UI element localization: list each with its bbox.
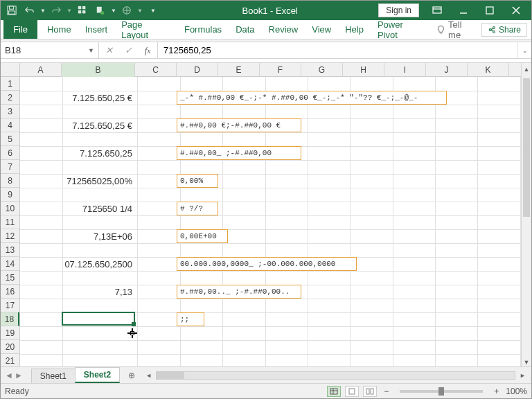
redo-icon[interactable] [48, 2, 64, 19]
cell-D12[interactable]: 0,00E+00 [177, 229, 228, 243]
share-button[interactable]: Share [481, 23, 527, 37]
qat-icon-2[interactable] [92, 2, 109, 19]
row-head-11[interactable]: 11 [1, 215, 19, 229]
qat-customize-icon[interactable]: ▼ [145, 2, 161, 19]
scroll-right-icon[interactable]: ► [517, 372, 529, 379]
row-head-15[interactable]: 15 [1, 271, 19, 285]
cell-D6[interactable]: #.##0,00_ ;-#.##0,00 [177, 146, 301, 160]
cell-B12[interactable]: 7,13E+06 [62, 229, 135, 243]
cell-D16[interactable]: #.##0,00.._ ;-#.##0,00.. [177, 285, 301, 299]
formula-bar-expand-icon[interactable]: ⌄ [517, 42, 531, 58]
row-head-21[interactable]: 21 [1, 354, 19, 366]
row-head-6[interactable]: 6 [1, 146, 19, 160]
save-icon[interactable] [3, 2, 20, 19]
row-head-20[interactable]: 20 [1, 340, 19, 354]
vertical-scrollbar[interactable]: ▲ ▼ [521, 63, 531, 366]
cell-B16[interactable]: 7,13 [62, 285, 135, 299]
col-head-F[interactable]: F [260, 63, 301, 78]
name-box[interactable]: B18 ▼ [1, 42, 99, 58]
select-all-corner[interactable] [1, 63, 20, 77]
row-head-10[interactable]: 10 [1, 202, 19, 215]
name-box-dropdown-icon[interactable]: ▼ [88, 47, 94, 54]
tell-me-search[interactable]: Tell me [431, 19, 480, 40]
horizontal-scroll-track[interactable] [156, 371, 515, 380]
row-headers[interactable]: 123456789101112131415161718192021 [1, 77, 20, 366]
column-headers[interactable]: ABCDEFGHIJK [20, 63, 521, 77]
row-head-5[interactable]: 5 [1, 132, 19, 146]
sheet-nav[interactable]: ◄ ► [1, 367, 27, 383]
row-head-12[interactable]: 12 [1, 229, 19, 243]
sheet-tab-sheet1[interactable]: Sheet1 [31, 369, 76, 383]
sheet-tab-sheet2[interactable]: Sheet2 [75, 367, 120, 383]
horizontal-scrollbar[interactable]: ◄ ► [140, 367, 531, 383]
row-head-18[interactable]: 18 [1, 312, 19, 326]
cell-B4[interactable]: 7.125.650,25 € [62, 118, 135, 132]
cell-B8[interactable]: 712565025,00% [62, 174, 135, 188]
horizontal-scroll-thumb[interactable] [157, 372, 184, 379]
row-head-17[interactable]: 17 [1, 299, 19, 312]
row-head-13[interactable]: 13 [1, 243, 19, 257]
qat-icon-3[interactable] [118, 2, 135, 19]
tab-page-layout[interactable]: Page Layout [114, 20, 177, 39]
col-head-A[interactable]: A [20, 63, 62, 78]
row-head-16[interactable]: 16 [1, 285, 19, 299]
col-head-B[interactable]: B [62, 63, 135, 78]
insert-function-icon[interactable]: fx [138, 45, 157, 56]
cell-D10[interactable]: # ?/? [177, 202, 218, 215]
cancel-icon[interactable]: ✕ [99, 45, 118, 55]
undo-icon[interactable] [21, 2, 38, 19]
zoom-in-button[interactable]: + [491, 387, 502, 396]
cell-B10[interactable]: 7125650 1/4 [62, 202, 135, 215]
cell-D8[interactable]: 0,00% [177, 174, 218, 188]
row-head-19[interactable]: 19 [1, 326, 19, 340]
zoom-out-button[interactable]: − [381, 387, 391, 396]
tab-view[interactable]: View [305, 20, 338, 39]
vertical-scroll-thumb[interactable] [523, 78, 530, 217]
cell-D2[interactable]: _-* #.##0,00 €_-;-* #.##0,00 €_-;_-* "-"… [177, 91, 447, 105]
sheet-prev-icon[interactable]: ◄ [5, 371, 13, 380]
maximize-icon[interactable] [477, 1, 502, 20]
sheet-next-icon[interactable]: ► [15, 371, 23, 380]
tab-power-pivot[interactable]: Power Pivot [371, 20, 431, 39]
cell-B14[interactable]: 07.125.650,2500 [62, 257, 135, 271]
undo-dropdown-icon[interactable]: ▼ [39, 2, 46, 19]
row-head-4[interactable]: 4 [1, 118, 19, 132]
col-head-G[interactable]: G [301, 63, 343, 78]
row-head-1[interactable]: 1 [1, 77, 19, 91]
cell-B2[interactable]: 7.125.650,25 € [62, 91, 135, 105]
col-head-I[interactable]: I [384, 63, 426, 78]
ribbon-display-icon[interactable] [425, 1, 450, 20]
row-head-8[interactable]: 8 [1, 174, 19, 188]
cell-D4[interactable]: #.##0,00 €;-#.##0,00 € [177, 118, 301, 132]
row-head-2[interactable]: 2 [1, 91, 19, 105]
normal-view-icon[interactable] [327, 386, 341, 397]
page-layout-view-icon[interactable] [345, 386, 359, 397]
col-head-K[interactable]: K [468, 63, 509, 78]
cell-D18[interactable]: ;; [177, 312, 204, 326]
cell-B6[interactable]: 7.125.650,25 [62, 146, 135, 160]
scroll-up-icon[interactable]: ▲ [522, 63, 531, 76]
scroll-down-icon[interactable]: ▼ [522, 356, 531, 367]
row-head-3[interactable]: 3 [1, 105, 19, 118]
cell-D14[interactable]: 00.000.000,0000_ ;-00.000.000,0000 [177, 257, 357, 271]
spreadsheet-grid[interactable]: ABCDEFGHIJK 1234567891011121314151617181… [1, 63, 531, 366]
add-sheet-button[interactable]: ⊕ [123, 367, 140, 383]
redo-dropdown-icon[interactable]: ▼ [66, 2, 73, 19]
formula-input[interactable]: 7125650,25 [158, 42, 517, 58]
qat-dropdown-3-icon[interactable]: ▼ [136, 2, 143, 19]
col-head-D[interactable]: D [177, 63, 218, 78]
zoom-slider[interactable] [400, 390, 483, 393]
enter-icon[interactable]: ✓ [118, 45, 138, 55]
scroll-left-icon[interactable]: ◄ [143, 372, 154, 379]
tab-review[interactable]: Review [262, 20, 305, 39]
row-head-7[interactable]: 7 [1, 160, 19, 174]
tab-insert[interactable]: Insert [78, 20, 115, 39]
tab-home[interactable]: Home [40, 20, 78, 39]
sign-in-button[interactable]: Sign in [378, 3, 419, 17]
col-head-H[interactable]: H [343, 63, 384, 78]
tab-formulas[interactable]: Formulas [177, 20, 229, 39]
qat-icon-1[interactable] [74, 2, 91, 19]
page-break-view-icon[interactable] [363, 386, 377, 397]
qat-dropdown-2-icon[interactable]: ▼ [110, 2, 117, 19]
row-head-9[interactable]: 9 [1, 188, 19, 202]
